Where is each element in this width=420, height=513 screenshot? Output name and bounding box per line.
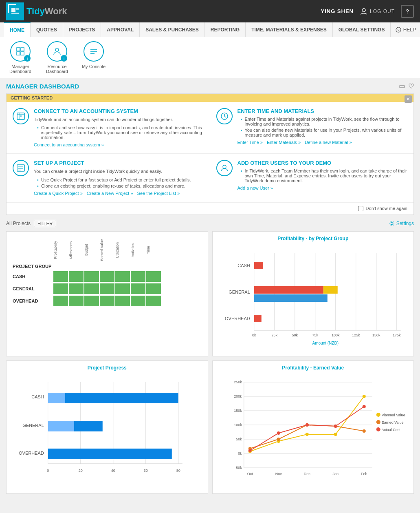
project-icon: [13, 160, 29, 176]
user-icon: [360, 8, 368, 15]
col-activities: Activities: [131, 238, 145, 262]
row-label-general: GENERAL: [13, 286, 53, 291]
svg-point-27: [391, 222, 393, 224]
col-profitability: Profitability: [53, 238, 68, 262]
resource-dashboard-icon-item[interactable]: i ResourceDashboard: [43, 41, 71, 74]
enter-materials-link[interactable]: Enter Materials: [267, 140, 301, 145]
svg-point-87: [334, 433, 337, 436]
svg-text:Jan: Jan: [332, 472, 339, 476]
svg-text:0k: 0k: [238, 451, 242, 456]
close-getting-started-btn[interactable]: ✕: [405, 95, 412, 103]
cell-cash-2: [69, 271, 84, 282]
svg-text:200k: 200k: [234, 394, 242, 398]
svg-text:CASH: CASH: [237, 263, 250, 268]
getting-started-header: GETTING STARTED: [7, 94, 413, 102]
project-group-header: PROJECT GROUP: [13, 264, 202, 269]
col-budget: Budget: [84, 238, 99, 262]
nav-tab-time[interactable]: TIME, MATERIALS & EXPENSES: [246, 22, 332, 37]
nav-tab-approval[interactable]: APPROVAL: [101, 22, 140, 37]
svg-rect-10: [21, 52, 24, 55]
cell-overhead-4: [100, 296, 114, 306]
settings-link[interactable]: Settings: [389, 221, 414, 226]
svg-line-21: [224, 116, 226, 117]
monitor-icon[interactable]: ▭: [399, 82, 405, 90]
svg-text:Nov: Nov: [275, 472, 282, 476]
bar-general-red: [254, 286, 323, 294]
connect-accounting-link[interactable]: Connect to an accounting system: [34, 142, 104, 147]
legend-actual-dot: [376, 427, 380, 431]
progress-cash-dark: [65, 393, 178, 403]
svg-text:50k: 50k: [236, 437, 242, 441]
progress-chart-title: Project Progress: [11, 365, 204, 371]
gs-users-title: ADD OTHER USERS TO YOUR DEMO: [237, 160, 408, 166]
cell-overhead-7: [146, 296, 161, 306]
svg-point-4: [362, 9, 365, 12]
dashboard-title-text: MANAGER DASHBOARD: [6, 83, 79, 90]
legend-earned-label: Earned Value: [381, 420, 403, 425]
logo-text-work: Work: [45, 6, 67, 16]
col-milestones: Milestones: [69, 238, 84, 262]
svg-text:GENERAL: GENERAL: [22, 423, 44, 428]
gs-item-users-content: ADD OTHER USERS TO YOUR DEMO In TidyWork…: [237, 160, 408, 195]
settings-label: Settings: [396, 221, 414, 226]
cell-general-5: [115, 283, 130, 294]
nav-tab-reporting[interactable]: REPORTING: [205, 22, 246, 37]
nav-tab-sales[interactable]: SALES & PURCHASES: [140, 22, 205, 37]
nav-tab-home[interactable]: HOME: [4, 22, 31, 37]
logout-btn[interactable]: LOG OUT: [370, 9, 395, 14]
bar-general-yellow: [323, 286, 337, 294]
nav-help[interactable]: ? HELP: [396, 27, 416, 33]
cell-cash-3: [84, 271, 99, 282]
table-row-cash: CASH: [13, 271, 202, 282]
cell-general-2: [69, 283, 84, 294]
gs-item-project-content: SET UP A PROJECT You can create a projec…: [34, 160, 191, 195]
gs-time-links: Enter Time Enter Materials Define a new …: [237, 140, 408, 145]
svg-text:20: 20: [79, 469, 83, 473]
gs-item-accounting: CONNECT TO AN ACCOUNTING SYSTEM TidyWork…: [7, 102, 210, 154]
new-project-link[interactable]: Create a New Project: [87, 191, 133, 196]
main-nav: HOME QUOTES PROJECTS APPROVAL SALES & PU…: [0, 22, 420, 37]
svg-rect-7: [17, 48, 20, 51]
gs-time-title: ENTER TIME AND MATERIALS: [237, 108, 408, 114]
svg-text:Amount (NZD): Amount (NZD): [312, 341, 338, 345]
svg-rect-8: [21, 48, 24, 51]
resource-dashboard-icon: i: [47, 41, 67, 62]
svg-rect-9: [17, 52, 20, 55]
gs-item-time-content: ENTER TIME AND MATERIALS Enter Time and …: [237, 108, 408, 147]
define-material-link[interactable]: Define a new Material: [305, 140, 352, 145]
earned-value-chart-title: Profitability - Earned Value: [217, 365, 410, 371]
dont-show-checkbox[interactable]: [358, 206, 363, 211]
svg-rect-2: [11, 13, 19, 14]
legend-earned-dot: [376, 420, 380, 424]
project-list-link[interactable]: See the Project List: [137, 191, 180, 196]
dont-show-label: Don't show me again: [366, 206, 407, 211]
dashboard-title: MANAGER DASHBOARD ▭ ♡: [6, 82, 414, 90]
cell-overhead-3: [84, 296, 99, 306]
cell-cash-5: [115, 271, 130, 282]
my-console-icon-item[interactable]: My Console: [79, 41, 108, 74]
svg-text:-50k: -50k: [235, 466, 242, 470]
manager-dashboard-icon-item[interactable]: i ManagerDashboard: [6, 41, 35, 74]
row-label-overhead: OVERHEAD: [13, 299, 53, 303]
gs-time-bullet2: You can also define new Materials for us…: [241, 128, 408, 137]
heart-icon[interactable]: ♡: [408, 82, 414, 90]
legend-planned-dot: [376, 413, 380, 417]
table-chart-box: Profitability Milestones Budget Earned V…: [6, 231, 208, 356]
cell-general-4: [100, 283, 114, 294]
col-time: Time: [146, 238, 161, 262]
filter-btn[interactable]: FILTER: [34, 220, 56, 227]
quick-project-link[interactable]: Create a Quick Project: [34, 191, 83, 196]
gs-item-accounting-content: CONNECT TO AN ACCOUNTING SYSTEM TidyWork…: [34, 108, 204, 147]
nav-tab-projects[interactable]: PROJECTS: [63, 22, 101, 37]
users-icon: [216, 160, 233, 176]
nav-tab-global[interactable]: GLOBAL SETTINGS: [333, 22, 391, 37]
svg-text:0: 0: [47, 469, 49, 473]
svg-text:150k: 150k: [234, 409, 242, 413]
cell-general-1: [53, 283, 68, 294]
add-user-link[interactable]: Add a new User: [237, 186, 273, 190]
svg-rect-22: [17, 165, 24, 171]
enter-time-link[interactable]: Enter Time: [237, 140, 263, 145]
nav-tab-quotes[interactable]: QUOTES: [31, 22, 63, 37]
help-btn[interactable]: ?: [401, 5, 414, 18]
svg-text:100k: 100k: [331, 333, 339, 337]
